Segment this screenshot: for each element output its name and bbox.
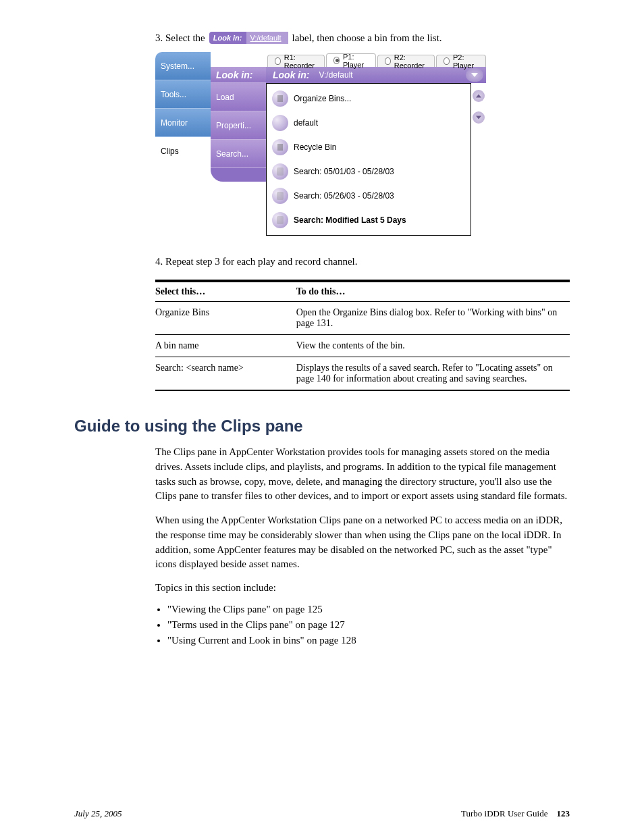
section-paragraph-2: When using the AppCenter Workstation Cli…: [155, 513, 570, 572]
channel-tabs: R1: Recorder P1: Player R2: Recorder: [266, 52, 486, 67]
radio-icon: [275, 57, 281, 65]
table-row: Search: <search name> Displays the resul…: [155, 357, 570, 391]
radio-icon: [444, 57, 450, 65]
radio-icon: [333, 57, 340, 64]
left-nav-clips[interactable]: Clips: [155, 137, 211, 165]
lookin-bar-label: Look in:: [266, 70, 316, 80]
tab-p1[interactable]: P1: Player: [326, 53, 376, 67]
step-3-line: 3. Select the Look in: V:/default label,…: [155, 32, 570, 44]
item-search-2[interactable]: Search: 05/26/03 - 05/28/03: [267, 184, 471, 208]
scroll-down-icon[interactable]: [473, 111, 485, 124]
item-recycle-bin[interactable]: Recycle Bin: [267, 135, 471, 159]
lookin-bar-value: V:/default: [316, 70, 466, 80]
tab-r2[interactable]: R2: Recorder: [377, 55, 435, 67]
step-3-suffix: label, then choose a bin from the list.: [292, 32, 442, 44]
item-organize-bins[interactable]: Organize Bins...: [267, 86, 471, 111]
search-icon: [272, 163, 288, 180]
section-heading: Guide to using the Clips pane: [74, 417, 570, 436]
actions-table: Select this… To do this… Organize Bins O…: [155, 280, 570, 391]
radio-icon: [385, 57, 391, 65]
item-search-1[interactable]: Search: 05/01/03 - 05/28/03: [267, 159, 471, 184]
main-panel: R1: Recorder P1: Player R2: Recorder: [266, 52, 486, 236]
page-footer: July 25, 2005 Turbo iDDR User Guide 123: [74, 808, 570, 819]
footer-date: July 25, 2005: [74, 808, 122, 819]
footer-doc-title: Turbo iDDR User Guide: [461, 808, 547, 818]
tab-p2[interactable]: P2: Player: [436, 55, 486, 67]
lookin-dropdown: Organize Bins... default Recycle Bin: [266, 83, 471, 236]
bullets-intro: Topics in this section include:: [155, 582, 570, 594]
sub-nav-search[interactable]: Search...: [211, 140, 266, 168]
scrollbar: [471, 83, 486, 124]
recycle-bin-icon: [272, 139, 288, 155]
step-4-line: 4. Repeat step 3 for each play and recor…: [155, 256, 570, 267]
chevron-down-icon[interactable]: [466, 68, 483, 82]
left-nav-tools[interactable]: Tools...: [155, 80, 211, 109]
scroll-up-icon[interactable]: [473, 90, 485, 102]
table-header-select: Select this…: [155, 282, 296, 302]
sub-nav-lookin[interactable]: Look in:: [211, 67, 266, 83]
sub-nav-load[interactable]: Load: [211, 83, 266, 111]
lookin-badge-value: V:/default: [246, 32, 288, 44]
lookin-badge-label: Look in:: [209, 32, 246, 44]
left-nav: System... Tools... Monitor Clips: [155, 52, 211, 165]
step-3-prefix: 3. Select the: [155, 32, 205, 44]
table-row: Organize Bins Open the Organize Bins dia…: [155, 302, 570, 335]
footer-page-number: 123: [557, 808, 570, 818]
left-nav-system[interactable]: System...: [155, 52, 211, 80]
bin-icon: [272, 90, 288, 107]
folder-icon: [272, 115, 288, 131]
search-icon: [272, 212, 288, 228]
item-default[interactable]: default: [267, 111, 471, 135]
list-item: "Viewing the Clips pane" on page 125: [167, 604, 570, 615]
table-header-do: To do this…: [296, 282, 570, 302]
list-item: "Terms used in the Clips pane" on page 1…: [167, 619, 570, 631]
clips-pane-screenshot: System... Tools... Monitor Clips Look in…: [155, 52, 486, 236]
list-item: "Using Current and Look in bins" on page…: [167, 635, 570, 646]
left-nav-monitor[interactable]: Monitor: [155, 109, 211, 137]
item-search-3[interactable]: Search: Modified Last 5 Days: [267, 208, 471, 232]
lookin-badge: Look in: V:/default: [209, 32, 288, 44]
sub-nav: Look in: Load Properti... Search...: [211, 52, 266, 182]
table-row: A bin name View the contents of the bin.: [155, 335, 570, 357]
section-paragraph-1: The Clips pane in AppCenter Workstation …: [155, 445, 570, 504]
search-icon: [272, 188, 288, 204]
tab-r1[interactable]: R1: Recorder: [267, 55, 325, 67]
topics-list: "Viewing the Clips pane" on page 125 "Te…: [155, 604, 570, 646]
lookin-bar[interactable]: Look in: V:/default: [266, 67, 486, 83]
sub-nav-properties[interactable]: Properti...: [211, 111, 266, 140]
